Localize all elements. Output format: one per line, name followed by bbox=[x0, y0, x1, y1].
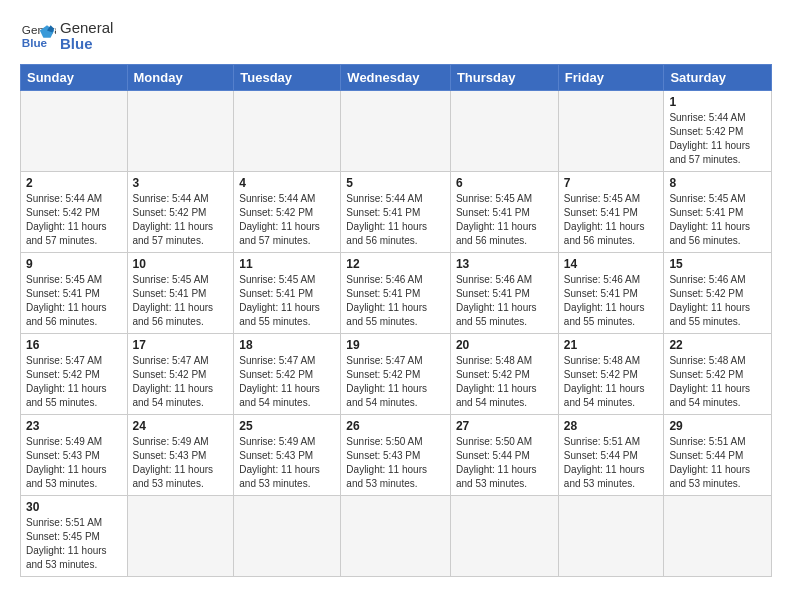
calendar-cell bbox=[558, 91, 664, 172]
week-row-2: 2Sunrise: 5:44 AMSunset: 5:42 PMDaylight… bbox=[21, 172, 772, 253]
weekday-header-thursday: Thursday bbox=[450, 65, 558, 91]
day-info: Sunrise: 5:45 AMSunset: 5:41 PMDaylight:… bbox=[564, 192, 659, 248]
calendar-cell: 16Sunrise: 5:47 AMSunset: 5:42 PMDayligh… bbox=[21, 334, 128, 415]
calendar-cell: 5Sunrise: 5:44 AMSunset: 5:41 PMDaylight… bbox=[341, 172, 451, 253]
day-number: 23 bbox=[26, 419, 122, 433]
calendar-cell bbox=[664, 496, 772, 577]
day-info: Sunrise: 5:46 AMSunset: 5:42 PMDaylight:… bbox=[669, 273, 766, 329]
day-info: Sunrise: 5:50 AMSunset: 5:44 PMDaylight:… bbox=[456, 435, 553, 491]
calendar-cell: 18Sunrise: 5:47 AMSunset: 5:42 PMDayligh… bbox=[234, 334, 341, 415]
day-info: Sunrise: 5:47 AMSunset: 5:42 PMDaylight:… bbox=[239, 354, 335, 410]
weekday-header-friday: Friday bbox=[558, 65, 664, 91]
week-row-1: 1Sunrise: 5:44 AMSunset: 5:42 PMDaylight… bbox=[21, 91, 772, 172]
day-number: 18 bbox=[239, 338, 335, 352]
calendar-cell bbox=[21, 91, 128, 172]
day-number: 12 bbox=[346, 257, 445, 271]
day-info: Sunrise: 5:45 AMSunset: 5:41 PMDaylight:… bbox=[133, 273, 229, 329]
calendar-cell: 11Sunrise: 5:45 AMSunset: 5:41 PMDayligh… bbox=[234, 253, 341, 334]
day-info: Sunrise: 5:47 AMSunset: 5:42 PMDaylight:… bbox=[133, 354, 229, 410]
week-row-4: 16Sunrise: 5:47 AMSunset: 5:42 PMDayligh… bbox=[21, 334, 772, 415]
logo-text: General bbox=[60, 20, 113, 37]
day-info: Sunrise: 5:49 AMSunset: 5:43 PMDaylight:… bbox=[133, 435, 229, 491]
day-number: 1 bbox=[669, 95, 766, 109]
day-info: Sunrise: 5:44 AMSunset: 5:42 PMDaylight:… bbox=[26, 192, 122, 248]
day-number: 14 bbox=[564, 257, 659, 271]
calendar-cell: 17Sunrise: 5:47 AMSunset: 5:42 PMDayligh… bbox=[127, 334, 234, 415]
calendar-cell: 12Sunrise: 5:46 AMSunset: 5:41 PMDayligh… bbox=[341, 253, 451, 334]
calendar-cell bbox=[234, 91, 341, 172]
day-number: 7 bbox=[564, 176, 659, 190]
weekday-header-row: SundayMondayTuesdayWednesdayThursdayFrid… bbox=[21, 65, 772, 91]
day-number: 4 bbox=[239, 176, 335, 190]
week-row-5: 23Sunrise: 5:49 AMSunset: 5:43 PMDayligh… bbox=[21, 415, 772, 496]
day-info: Sunrise: 5:49 AMSunset: 5:43 PMDaylight:… bbox=[26, 435, 122, 491]
calendar-cell: 30Sunrise: 5:51 AMSunset: 5:45 PMDayligh… bbox=[21, 496, 128, 577]
day-number: 20 bbox=[456, 338, 553, 352]
day-info: Sunrise: 5:45 AMSunset: 5:41 PMDaylight:… bbox=[456, 192, 553, 248]
week-row-6: 30Sunrise: 5:51 AMSunset: 5:45 PMDayligh… bbox=[21, 496, 772, 577]
calendar-cell bbox=[127, 496, 234, 577]
day-info: Sunrise: 5:45 AMSunset: 5:41 PMDaylight:… bbox=[669, 192, 766, 248]
header: General Blue General Blue bbox=[20, 18, 772, 54]
calendar-cell: 7Sunrise: 5:45 AMSunset: 5:41 PMDaylight… bbox=[558, 172, 664, 253]
calendar-cell bbox=[450, 91, 558, 172]
calendar-cell bbox=[127, 91, 234, 172]
day-info: Sunrise: 5:48 AMSunset: 5:42 PMDaylight:… bbox=[564, 354, 659, 410]
calendar-cell: 22Sunrise: 5:48 AMSunset: 5:42 PMDayligh… bbox=[664, 334, 772, 415]
calendar-cell: 14Sunrise: 5:46 AMSunset: 5:41 PMDayligh… bbox=[558, 253, 664, 334]
day-info: Sunrise: 5:46 AMSunset: 5:41 PMDaylight:… bbox=[564, 273, 659, 329]
weekday-header-wednesday: Wednesday bbox=[341, 65, 451, 91]
calendar-cell: 9Sunrise: 5:45 AMSunset: 5:41 PMDaylight… bbox=[21, 253, 128, 334]
day-number: 25 bbox=[239, 419, 335, 433]
day-number: 26 bbox=[346, 419, 445, 433]
weekday-header-sunday: Sunday bbox=[21, 65, 128, 91]
day-number: 6 bbox=[456, 176, 553, 190]
calendar-cell bbox=[341, 91, 451, 172]
calendar-cell: 28Sunrise: 5:51 AMSunset: 5:44 PMDayligh… bbox=[558, 415, 664, 496]
calendar-table: SundayMondayTuesdayWednesdayThursdayFrid… bbox=[20, 64, 772, 577]
day-number: 17 bbox=[133, 338, 229, 352]
calendar-cell: 13Sunrise: 5:46 AMSunset: 5:41 PMDayligh… bbox=[450, 253, 558, 334]
day-info: Sunrise: 5:51 AMSunset: 5:44 PMDaylight:… bbox=[564, 435, 659, 491]
day-info: Sunrise: 5:44 AMSunset: 5:42 PMDaylight:… bbox=[239, 192, 335, 248]
day-number: 29 bbox=[669, 419, 766, 433]
calendar-cell: 25Sunrise: 5:49 AMSunset: 5:43 PMDayligh… bbox=[234, 415, 341, 496]
calendar-cell: 10Sunrise: 5:45 AMSunset: 5:41 PMDayligh… bbox=[127, 253, 234, 334]
calendar-cell: 4Sunrise: 5:44 AMSunset: 5:42 PMDaylight… bbox=[234, 172, 341, 253]
day-info: Sunrise: 5:50 AMSunset: 5:43 PMDaylight:… bbox=[346, 435, 445, 491]
page: General Blue General Blue SundayMondayTu… bbox=[0, 0, 792, 587]
day-info: Sunrise: 5:46 AMSunset: 5:41 PMDaylight:… bbox=[346, 273, 445, 329]
calendar-cell: 29Sunrise: 5:51 AMSunset: 5:44 PMDayligh… bbox=[664, 415, 772, 496]
calendar-cell bbox=[558, 496, 664, 577]
day-info: Sunrise: 5:51 AMSunset: 5:44 PMDaylight:… bbox=[669, 435, 766, 491]
weekday-header-saturday: Saturday bbox=[664, 65, 772, 91]
calendar-cell: 27Sunrise: 5:50 AMSunset: 5:44 PMDayligh… bbox=[450, 415, 558, 496]
day-info: Sunrise: 5:44 AMSunset: 5:42 PMDaylight:… bbox=[133, 192, 229, 248]
day-number: 11 bbox=[239, 257, 335, 271]
calendar-cell: 24Sunrise: 5:49 AMSunset: 5:43 PMDayligh… bbox=[127, 415, 234, 496]
day-number: 3 bbox=[133, 176, 229, 190]
day-number: 10 bbox=[133, 257, 229, 271]
day-number: 15 bbox=[669, 257, 766, 271]
day-info: Sunrise: 5:49 AMSunset: 5:43 PMDaylight:… bbox=[239, 435, 335, 491]
calendar-cell bbox=[341, 496, 451, 577]
day-number: 8 bbox=[669, 176, 766, 190]
calendar-cell: 20Sunrise: 5:48 AMSunset: 5:42 PMDayligh… bbox=[450, 334, 558, 415]
day-info: Sunrise: 5:47 AMSunset: 5:42 PMDaylight:… bbox=[346, 354, 445, 410]
day-info: Sunrise: 5:45 AMSunset: 5:41 PMDaylight:… bbox=[239, 273, 335, 329]
day-number: 5 bbox=[346, 176, 445, 190]
calendar-cell: 21Sunrise: 5:48 AMSunset: 5:42 PMDayligh… bbox=[558, 334, 664, 415]
calendar-cell: 15Sunrise: 5:46 AMSunset: 5:42 PMDayligh… bbox=[664, 253, 772, 334]
day-number: 22 bbox=[669, 338, 766, 352]
day-number: 16 bbox=[26, 338, 122, 352]
day-info: Sunrise: 5:44 AMSunset: 5:42 PMDaylight:… bbox=[669, 111, 766, 167]
calendar-cell: 3Sunrise: 5:44 AMSunset: 5:42 PMDaylight… bbox=[127, 172, 234, 253]
day-info: Sunrise: 5:46 AMSunset: 5:41 PMDaylight:… bbox=[456, 273, 553, 329]
day-info: Sunrise: 5:48 AMSunset: 5:42 PMDaylight:… bbox=[456, 354, 553, 410]
day-info: Sunrise: 5:47 AMSunset: 5:42 PMDaylight:… bbox=[26, 354, 122, 410]
day-info: Sunrise: 5:51 AMSunset: 5:45 PMDaylight:… bbox=[26, 516, 122, 572]
day-number: 27 bbox=[456, 419, 553, 433]
calendar-cell bbox=[234, 496, 341, 577]
day-number: 2 bbox=[26, 176, 122, 190]
logo-blue-text: Blue bbox=[60, 36, 113, 53]
